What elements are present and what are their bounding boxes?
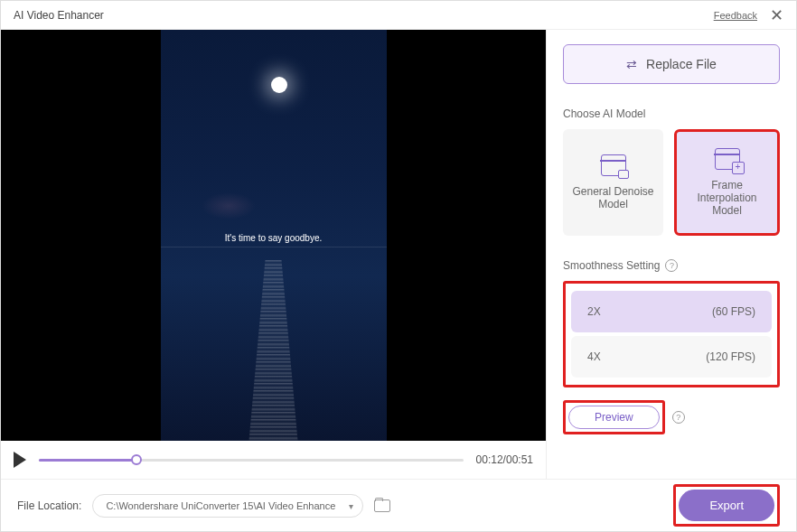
model-interp-label: Frame Interpolation Model bbox=[684, 179, 770, 217]
denoise-icon bbox=[601, 154, 626, 176]
smoothness-section-label: Smoothness Setting ? bbox=[563, 259, 780, 272]
smooth-mult-0: 2X bbox=[587, 305, 601, 318]
smooth-fps-1: (120 FPS) bbox=[706, 350, 755, 363]
time-display: 00:12/00:51 bbox=[476, 453, 533, 466]
video-frame: It's time to say goodbye. bbox=[161, 30, 387, 441]
smooth-mult-1: 4X bbox=[587, 350, 601, 363]
model-denoise[interactable]: General Denoise Model bbox=[563, 129, 663, 236]
smoothness-options: 2X (60 FPS) 4X (120 FPS) bbox=[563, 281, 780, 387]
window-title: AI Video Enhancer bbox=[14, 9, 714, 22]
folder-icon[interactable] bbox=[374, 499, 390, 512]
file-location-select[interactable]: C:\Wondershare UniConverter 15\AI Video … bbox=[92, 494, 363, 518]
file-location-path: C:\Wondershare UniConverter 15\AI Video … bbox=[106, 500, 335, 511]
smooth-fps-0: (60 FPS) bbox=[712, 305, 755, 318]
preview-highlight: Preview bbox=[563, 400, 665, 434]
close-icon[interactable]: ✕ bbox=[770, 7, 783, 23]
video-caption: It's time to say goodbye. bbox=[161, 233, 387, 243]
preview-button[interactable]: Preview bbox=[568, 406, 660, 429]
clouds-graphic bbox=[202, 192, 256, 219]
swap-icon: ⇄ bbox=[626, 57, 637, 71]
smoothness-4x[interactable]: 4X (120 FPS) bbox=[571, 336, 772, 378]
title-bar: AI Video Enhancer Feedback ✕ bbox=[1, 1, 796, 30]
help-icon[interactable]: ? bbox=[665, 259, 678, 272]
interpolation-icon bbox=[715, 148, 740, 170]
export-highlight: Export bbox=[673, 484, 780, 527]
seek-fill bbox=[39, 459, 136, 462]
moon-graphic bbox=[271, 77, 287, 93]
smoothness-2x[interactable]: 2X (60 FPS) bbox=[571, 291, 772, 332]
horizon-line bbox=[161, 247, 387, 247]
reflection-graphic bbox=[247, 260, 301, 441]
seek-thumb[interactable] bbox=[131, 454, 142, 465]
file-location-label: File Location: bbox=[17, 499, 81, 512]
replace-file-label: Replace File bbox=[646, 57, 717, 71]
feedback-link[interactable]: Feedback bbox=[714, 10, 757, 21]
model-frame-interpolation[interactable]: Frame Interpolation Model bbox=[674, 129, 780, 236]
replace-file-button[interactable]: ⇄ Replace File bbox=[563, 44, 780, 84]
video-preview: It's time to say goodbye. bbox=[1, 30, 546, 441]
export-button[interactable]: Export bbox=[679, 490, 774, 521]
help-icon[interactable]: ? bbox=[672, 411, 685, 424]
model-denoise-label: General Denoise Model bbox=[570, 185, 656, 210]
play-icon[interactable] bbox=[14, 452, 26, 468]
playback-bar: 00:12/00:51 bbox=[1, 441, 546, 479]
seek-slider[interactable] bbox=[39, 459, 464, 462]
model-section-label: Choose AI Model bbox=[563, 107, 780, 120]
bottom-bar: File Location: C:\Wondershare UniConvert… bbox=[1, 479, 796, 531]
